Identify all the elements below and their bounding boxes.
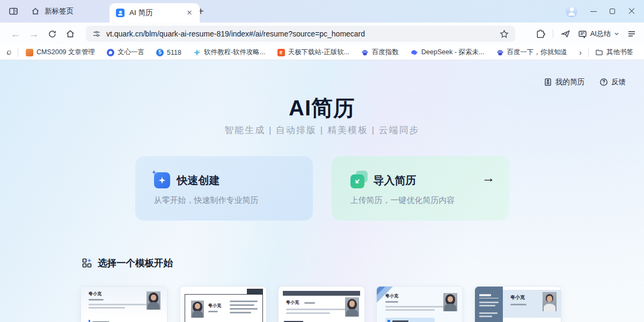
bookmark-deepseek[interactable]: DeepSeek - 探索未... [411, 48, 484, 57]
profile-avatar[interactable] [566, 5, 577, 17]
refresh-icon [48, 30, 57, 39]
divider [553, 30, 553, 38]
mini-resume-name: 夸小克 [89, 292, 101, 296]
tab-label: AI 简历 [129, 8, 181, 18]
card-title: 快速创建 [177, 173, 220, 188]
bookmark-wenxin[interactable]: 文心一言 [107, 48, 144, 57]
ai-summary-button[interactable]: AI总结 [578, 29, 619, 39]
bookmark-label: CMS2009 文章管理 [36, 48, 95, 57]
bookmark-label: 软件教程-软件攻略... [204, 48, 266, 57]
page-title: AI简历 [0, 93, 644, 123]
resume-favicon-icon [116, 9, 125, 17]
bookmark-label: DeepSeek - 探索未... [421, 48, 484, 57]
bookmark-cms2009[interactable]: CMS2009 文章管理 [26, 48, 95, 57]
page-header-links: 我的简历 反馈 [544, 77, 626, 87]
bookmark-label: 百度一下，你就知道 [507, 48, 568, 57]
tab-ai-resume[interactable]: AI 简历 [109, 3, 200, 23]
my-resumes-link[interactable]: 我的简历 [544, 77, 584, 87]
mini-photo [191, 301, 204, 318]
deepseek-whale-icon [411, 49, 418, 56]
wenxin-favicon-icon [107, 49, 114, 56]
bookmarks-overflow-chevron-icon[interactable]: › [579, 48, 582, 56]
baidu-paw-icon [496, 49, 504, 56]
site-settings-icon[interactable] [92, 30, 101, 38]
mini-photo [147, 291, 160, 310]
resume-doc-icon [544, 78, 552, 86]
bookmark-software[interactable]: 软件教程-软件攻略... [193, 48, 266, 57]
extensions-icon[interactable] [536, 29, 545, 39]
mini-photo [345, 297, 359, 317]
quick-create-card[interactable]: 快速创建 从零开始，快速制作专业简历 [135, 156, 313, 221]
import-resume-card[interactable]: 导入简历 上传简历，一键优化简历内容 → [332, 156, 509, 221]
forward-button[interactable]: → [26, 26, 42, 42]
baidu-paw-icon [361, 49, 369, 56]
window-minimize-button[interactable] [590, 8, 597, 14]
bookmark-baidu-index[interactable]: 百度指数 [361, 48, 399, 57]
card-title: 导入简历 [374, 173, 416, 188]
bookmark-label: 文心一言 [118, 48, 144, 57]
home-icon [31, 7, 40, 16]
template-card-1[interactable]: 夸小克 [80, 286, 167, 322]
home-icon [65, 29, 75, 39]
ai-summary-icon [578, 30, 587, 39]
ai-summary-label: AI总结 [590, 29, 611, 39]
mini-resume-name: 夸小克 [510, 295, 525, 300]
template-card-2[interactable]: 夸小克 [180, 286, 267, 322]
mini-resume-name: 夸小克 [208, 304, 221, 308]
other-bookmarks-label: 其他书签 [606, 48, 633, 57]
card-description: 上传简历，一键优化简历内容 [350, 195, 494, 206]
import-icon [350, 172, 367, 188]
back-button[interactable]: ← [8, 26, 24, 42]
card-description: 从零开始，快速制作专业简历 [154, 195, 298, 206]
tab-panel-icon[interactable] [8, 5, 19, 17]
bookmark-star-icon[interactable] [500, 30, 509, 39]
page-subtitle: 智能生成 | 自动排版 | 精美模板 | 云端同步 [0, 124, 644, 136]
bookmark-tianji[interactable]: e 天极下载站-正版软... [277, 48, 350, 57]
page-content: 我的简历 反馈 AI简历 智能生成 | 自动排版 | 精美模板 | 云端同步 快… [0, 60, 644, 322]
5118-favicon-icon: 5 [156, 49, 164, 56]
url-text[interactable]: vt.quark.cn/blm/quark-ai-resume-819/inde… [106, 30, 494, 38]
forward-icon: → [29, 29, 39, 39]
mini-resume-name: 夸小克 [286, 301, 299, 305]
template-grid-icon [82, 258, 92, 268]
question-circle-icon [599, 78, 608, 86]
bookmark-label: 天极下载站-正版软... [288, 48, 350, 57]
template-card-5[interactable]: 夸小克 [474, 286, 561, 322]
divider [18, 48, 18, 57]
mini-resume-name: 夸小克 [385, 294, 398, 298]
tab-close-icon[interactable] [186, 9, 193, 17]
bookmark-label: 5118 [167, 49, 181, 56]
refresh-button[interactable] [44, 26, 60, 42]
window-close-button[interactable] [628, 8, 635, 15]
arrow-right-icon: → [482, 170, 495, 186]
template-list: 夸小克 夸小克 夸小克 [80, 286, 644, 322]
menu-icon[interactable] [627, 29, 636, 39]
template-card-4[interactable]: 夸小克 [376, 286, 463, 322]
tab-bar: 新标签页 AI 简历 + [0, 0, 644, 23]
feedback-label: 反馈 [611, 77, 626, 87]
tab-new-page[interactable]: 新标签页 [31, 6, 96, 16]
bookmark-label: 百度指数 [372, 48, 399, 57]
send-icon[interactable] [561, 29, 570, 39]
reading-list-icon[interactable] [6, 48, 11, 57]
templates-heading: 选择一个模板开始 [98, 257, 173, 269]
bookmark-5118[interactable]: 5 5118 [156, 49, 181, 56]
bookmark-baidu[interactable]: 百度一下，你就知道 [496, 48, 568, 57]
sparkle-favicon-icon [193, 49, 201, 56]
window-maximize-button[interactable] [610, 9, 615, 14]
template-card-3[interactable]: 夸小克 [278, 286, 365, 322]
url-bar[interactable]: vt.quark.cn/blm/quark-ai-resume-819/inde… [86, 26, 515, 42]
chevron-down-icon [614, 31, 619, 36]
tianji-favicon-icon: e [277, 49, 285, 56]
other-bookmarks-button[interactable]: 其他书签 [595, 48, 633, 57]
mini-photo [443, 293, 457, 311]
cms-favicon-icon [26, 49, 33, 56]
browser-toolbar: ← → vt.quark.cn/blm/quark-ai-resume-819/… [0, 23, 644, 45]
bookmarks-bar: CMS2009 文章管理 文心一言 5 5118 软件教程-软件攻略... e … [0, 45, 644, 60]
tab-label: 新标签页 [45, 6, 74, 16]
mini-photo [543, 292, 557, 311]
feedback-link[interactable]: 反馈 [599, 77, 626, 87]
folder-icon [595, 48, 603, 56]
home-button[interactable] [62, 26, 78, 42]
templates-section-header: 选择一个模板开始 [82, 257, 173, 269]
